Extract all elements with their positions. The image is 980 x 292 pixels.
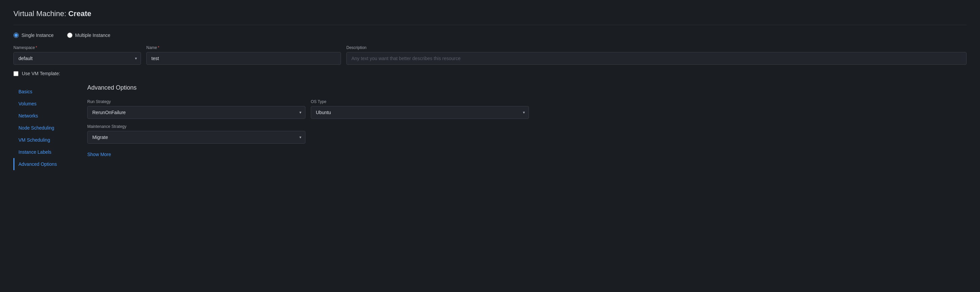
single-instance-option[interactable]: Single Instance xyxy=(13,33,54,38)
top-form-row: Namespace* default kube-system productio… xyxy=(13,45,967,65)
sidebar-item-node-scheduling[interactable]: Node Scheduling xyxy=(13,122,81,134)
advanced-options-title: Advanced Options xyxy=(87,84,967,91)
show-more-container: Show More xyxy=(87,149,967,157)
advanced-row-2: Maintenance Strategy Migrate LiveMigrate… xyxy=(87,124,967,144)
maintenance-strategy-select-wrapper: Migrate LiveMigrate Evict xyxy=(87,131,305,144)
os-type-select[interactable]: Ubuntu Windows Other Linux CentOS Debian xyxy=(311,106,529,119)
os-type-select-wrapper: Ubuntu Windows Other Linux CentOS Debian xyxy=(311,106,529,119)
os-type-field: OS Type Ubuntu Windows Other Linux CentO… xyxy=(311,99,529,119)
name-label: Name* xyxy=(146,45,341,50)
namespace-field: Namespace* default kube-system productio… xyxy=(13,45,141,65)
namespace-select[interactable]: default kube-system production xyxy=(13,52,141,65)
sidebar-nav: Basics Volumes Networks Node Scheduling … xyxy=(13,84,81,170)
sidebar-item-vm-scheduling[interactable]: VM Scheduling xyxy=(13,134,81,146)
name-input[interactable] xyxy=(146,52,341,65)
single-instance-label: Single Instance xyxy=(21,33,54,38)
multiple-instance-option[interactable]: Multiple Instance xyxy=(67,33,110,38)
instance-type-row: Single Instance Multiple Instance xyxy=(13,33,967,38)
title-divider xyxy=(13,25,967,25)
description-field: Description xyxy=(346,45,967,65)
description-label: Description xyxy=(346,45,967,50)
sidebar-item-volumes[interactable]: Volumes xyxy=(13,98,81,110)
page-title-suffix: Create xyxy=(68,10,91,18)
namespace-select-wrapper: default kube-system production xyxy=(13,52,141,65)
page-title-prefix: Virtual Machine: xyxy=(13,10,66,18)
maintenance-strategy-field: Maintenance Strategy Migrate LiveMigrate… xyxy=(87,124,305,144)
maintenance-strategy-select[interactable]: Migrate LiveMigrate Evict xyxy=(87,131,305,144)
main-content: Advanced Options Run Strategy RerunOnFai… xyxy=(81,84,967,170)
description-input[interactable] xyxy=(346,52,967,65)
sidebar-item-basics[interactable]: Basics xyxy=(13,86,81,98)
run-strategy-field: Run Strategy RerunOnFailure Always Manua… xyxy=(87,99,305,119)
sidebar-item-advanced-options[interactable]: Advanced Options xyxy=(13,158,81,170)
vm-template-label[interactable]: Use VM Template: xyxy=(22,71,60,76)
show-more-link[interactable]: Show More xyxy=(87,152,111,157)
os-type-label: OS Type xyxy=(311,99,529,104)
page-container: Virtual Machine: Create Single Instance … xyxy=(0,0,980,179)
sidebar-item-networks[interactable]: Networks xyxy=(13,110,81,122)
run-strategy-select[interactable]: RerunOnFailure Always Manual Halted xyxy=(87,106,305,119)
run-strategy-label: Run Strategy xyxy=(87,99,305,104)
run-strategy-select-wrapper: RerunOnFailure Always Manual Halted xyxy=(87,106,305,119)
content-layout: Basics Volumes Networks Node Scheduling … xyxy=(13,84,967,170)
advanced-options-grid: Run Strategy RerunOnFailure Always Manua… xyxy=(87,99,967,157)
vm-template-row: Use VM Template: xyxy=(13,71,967,76)
vm-template-checkbox[interactable] xyxy=(13,71,19,76)
advanced-row-1: Run Strategy RerunOnFailure Always Manua… xyxy=(87,99,967,119)
multiple-instance-label: Multiple Instance xyxy=(75,33,110,38)
maintenance-strategy-label: Maintenance Strategy xyxy=(87,124,305,129)
name-field: Name* xyxy=(146,45,341,65)
sidebar-item-instance-labels[interactable]: Instance Labels xyxy=(13,146,81,158)
page-title: Virtual Machine: Create xyxy=(13,10,967,18)
single-instance-radio[interactable] xyxy=(13,33,19,38)
namespace-label: Namespace* xyxy=(13,45,141,50)
multiple-instance-radio[interactable] xyxy=(67,33,73,38)
